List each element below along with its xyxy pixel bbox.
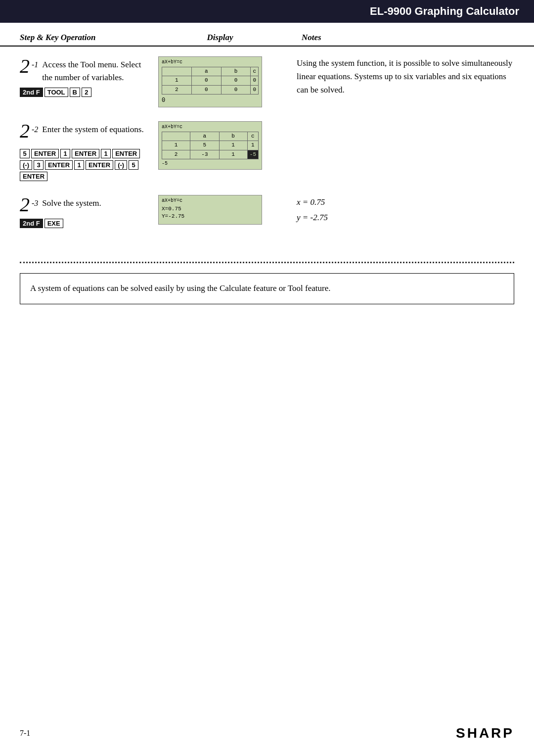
step-2-1-keys: 2nd F TOOL B 2 [20,88,153,97]
step-2-1-sub: -1 [32,60,38,69]
sharp-logo: SHARP [456,725,514,741]
step-2-2-number: 2 [20,121,30,141]
step-2-3-notes: x = 0.75 y = -2.75 [282,195,514,225]
key-2ndf-3[interactable]: 2nd F [20,219,43,228]
page-header: EL-9900 Graphing Calculator [0,0,534,23]
step-2-3-y: y = -2.75 [297,210,514,226]
page-number: 7-1 [20,729,30,738]
lcd-2-2: aX+bY=c abc 1511 2-31-5 -5 [158,121,262,170]
key-enter-5[interactable]: ENTER [86,160,113,170]
lcd-2-1: aX+bY=c abc 1000 2000 0 [158,56,262,107]
step-2-1-number: 2 [20,56,30,76]
key-enter-3[interactable]: ENTER [112,149,140,158]
step-2-3-display: aX+bY=c X=0.75 Y=-2.75 [158,195,282,225]
main-content: 2 -1 Access the Tool menu. Select the nu… [0,47,534,252]
step-2-2-keys-line1: 5 ENTER 1 ENTER 1 ENTER [20,149,153,158]
step-2-1-instruction: Access the Tool menu. Select the number … [42,58,153,84]
key-5b[interactable]: 5 [129,160,138,170]
step-2-2: 2 -2 Enter the system of equations. 5 EN… [20,121,514,181]
step-2-1-notes: Using the system function, it is possibl… [282,56,514,97]
key-b[interactable]: B [70,88,80,97]
key-tool[interactable]: TOOL [44,88,68,97]
lcd-2-3: aX+bY=c X=0.75 Y=-2.75 [158,195,262,225]
step-2-3-number: 2 [20,195,30,215]
key-neg2[interactable]: (-) [115,160,127,170]
step-2-1: 2 -1 Access the Tool menu. Select the nu… [20,56,514,107]
key-enter-4[interactable]: ENTER [45,160,73,170]
step-2-1-display: aX+bY=c abc 1000 2000 0 [158,56,282,107]
key-1a[interactable]: 1 [60,149,70,158]
step-2-2-keys-line3: ENTER [20,172,153,181]
key-2ndf[interactable]: 2nd F [20,88,43,97]
key-5[interactable]: 5 [20,149,30,158]
key-enter-2[interactable]: ENTER [72,149,99,158]
step-2-3-keys: 2nd F EXE [20,219,153,228]
key-enter-1[interactable]: ENTER [31,149,59,158]
col-notes-label: Notes [282,33,514,43]
col-step-label: Step & Key Operation [20,33,158,43]
step-2-1-left: 2 -1 Access the Tool menu. Select the nu… [20,56,153,97]
step-2-2-instruction: Enter the system of equations. [42,123,143,136]
page-footer: 7-1 SHARP [0,725,534,741]
step-2-3-x: x = 0.75 [297,195,514,210]
key-neg1[interactable]: (-) [20,160,32,170]
section-separator [20,262,514,263]
key-1c[interactable]: 1 [74,160,84,170]
key-enter-6[interactable]: ENTER [20,172,47,181]
step-2-2-keys-line2: (-) 3 ENTER 1 ENTER (-) 5 [20,160,153,170]
key-3[interactable]: 3 [34,160,44,170]
col-display-label: Display [158,33,282,43]
column-headers: Step & Key Operation Display Notes [0,28,534,47]
key-1b[interactable]: 1 [101,149,111,158]
step-2-3-sub: -3 [32,199,38,208]
header-title: EL-9900 Graphing Calculator [370,5,519,17]
step-2-2-sub: -2 [32,125,38,134]
key-exe[interactable]: EXE [44,219,63,228]
step-2-3-left: 2 -3 Solve the system. 2nd F EXE [20,195,153,228]
step-2-3-instruction: Solve the system. [42,197,101,210]
info-box: A system of equations can be solved easi… [20,273,514,304]
step-2-3: 2 -3 Solve the system. 2nd F EXE aX+bY=c… [20,195,514,228]
info-box-text: A system of equations can be solved easi… [30,284,330,293]
step-2-2-display: aX+bY=c abc 1511 2-31-5 -5 [158,121,282,170]
key-2[interactable]: 2 [82,88,91,97]
step-2-2-left: 2 -2 Enter the system of equations. 5 EN… [20,121,153,181]
